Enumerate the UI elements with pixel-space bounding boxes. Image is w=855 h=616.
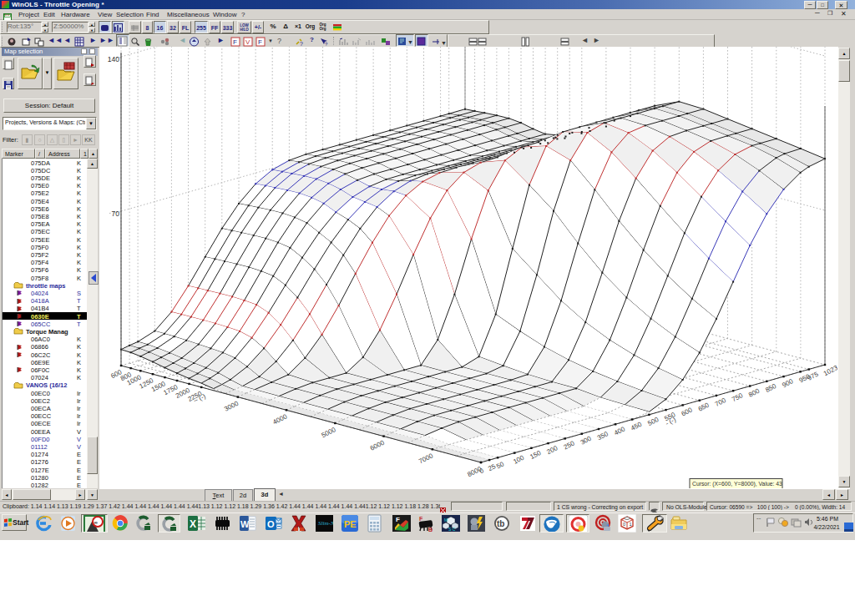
svg-text:140: 140 bbox=[108, 55, 119, 63]
svg-text:F: F bbox=[233, 38, 237, 46]
svg-text:B: B bbox=[428, 527, 433, 533]
svg-text:F: F bbox=[258, 38, 262, 46]
svg-text:▼: ▼ bbox=[407, 39, 413, 45]
svg-text:X: X bbox=[190, 518, 196, 530]
svg-text:M: M bbox=[444, 518, 448, 523]
svg-text:V: V bbox=[245, 38, 250, 46]
svg-text:1: 1 bbox=[630, 522, 632, 527]
svg-text:O: O bbox=[267, 519, 275, 529]
svg-text:PE: PE bbox=[344, 519, 357, 529]
svg-text:W: W bbox=[240, 519, 250, 529]
svg-text:F: F bbox=[396, 516, 400, 523]
svg-text:70: 70 bbox=[112, 210, 120, 218]
svg-text:tb: tb bbox=[497, 519, 504, 528]
svg-text:F: F bbox=[419, 516, 423, 522]
svg-text:S C: S C bbox=[448, 527, 456, 532]
svg-text:Slim-3: Slim-3 bbox=[318, 520, 333, 527]
svg-text:0: 0 bbox=[623, 522, 625, 527]
svg-text:▼: ▼ bbox=[441, 40, 447, 46]
svg-text:?: ? bbox=[300, 41, 303, 47]
svg-text:∞: ∞ bbox=[94, 520, 98, 525]
svg-text:Cursor: (X=600, Y=8000), Value: Cursor: (X=600, Y=8000), Value: 43 bbox=[692, 481, 782, 487]
